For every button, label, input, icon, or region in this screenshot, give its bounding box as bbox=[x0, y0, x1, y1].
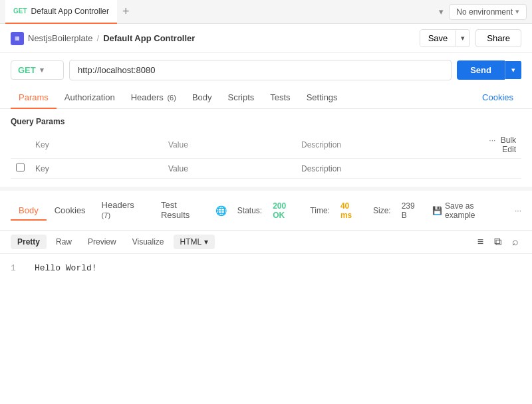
resp-tab-body-label: Body bbox=[19, 205, 39, 215]
cookies-link[interactable]: Cookies bbox=[474, 87, 521, 109]
env-label: No environment bbox=[456, 7, 513, 17]
method-label: GET bbox=[18, 65, 36, 75]
resp-headers-badge: (7) bbox=[102, 211, 110, 219]
size-value: 239 B bbox=[402, 201, 422, 220]
tab-headers[interactable]: Headers (6) bbox=[123, 87, 184, 109]
format-type-label: HTML bbox=[180, 237, 202, 247]
request-tabs: Params Authorization Headers (6) Body Sc… bbox=[0, 87, 532, 109]
tab-params[interactable]: Params bbox=[11, 87, 57, 109]
tab-body[interactable]: Body bbox=[184, 87, 220, 109]
tab-scripts[interactable]: Scripts bbox=[220, 87, 263, 109]
tab-headers-badge: (6) bbox=[167, 94, 176, 102]
format-preview[interactable]: Preview bbox=[81, 235, 123, 249]
resp-tab-test-results[interactable]: Test Results bbox=[153, 196, 215, 225]
col-value: Value bbox=[163, 132, 296, 159]
tab-authorization-label: Authorization bbox=[65, 92, 115, 102]
tab-authorization[interactable]: Authorization bbox=[57, 87, 123, 109]
save-dropdown-button[interactable]: ▾ bbox=[456, 31, 469, 46]
resp-tab-body[interactable]: Body bbox=[11, 201, 47, 221]
format-visualize[interactable]: Visualize bbox=[126, 235, 171, 249]
send-dropdown-button[interactable]: ▾ bbox=[505, 61, 521, 79]
env-arrow: ▾ bbox=[515, 7, 519, 16]
bulk-edit-dots: ··· bbox=[489, 136, 495, 145]
method-badge: GET bbox=[13, 7, 27, 15]
globe-icon: 🌐 bbox=[215, 205, 227, 216]
breadcrumb-separator: / bbox=[97, 33, 100, 43]
header: ▦ NestjsBoilerplate / Default App Contro… bbox=[0, 24, 532, 53]
format-pretty[interactable]: Pretty bbox=[11, 235, 47, 249]
col-bulk-edit: ··· Bulk Edit bbox=[468, 132, 521, 159]
bulk-edit-label[interactable]: Bulk Edit bbox=[501, 136, 516, 154]
save-example-button[interactable]: 💾 Save as example bbox=[432, 201, 504, 220]
url-input[interactable] bbox=[69, 60, 452, 80]
code-line-1: 1 Hello World! bbox=[11, 262, 521, 276]
wrap-button[interactable]: ≡ bbox=[475, 235, 486, 249]
save-example-label: Save as example bbox=[445, 201, 504, 220]
environment-selector[interactable]: No environment ▾ bbox=[449, 4, 527, 20]
copy-button[interactable]: ⧉ bbox=[491, 235, 504, 249]
value-cell bbox=[163, 159, 296, 179]
method-selector[interactable]: GET ▾ bbox=[11, 60, 64, 80]
value-input[interactable] bbox=[168, 164, 291, 173]
status-value: 200 OK bbox=[273, 201, 299, 220]
breadcrumb-current: Default App Controller bbox=[103, 33, 195, 43]
cookies-label: Cookies bbox=[482, 92, 513, 102]
resp-tab-cookies-label: Cookies bbox=[55, 205, 86, 215]
description-input[interactable] bbox=[301, 164, 463, 173]
tab-settings[interactable]: Settings bbox=[299, 87, 346, 109]
tab-tests[interactable]: Tests bbox=[262, 87, 298, 109]
line-number: 1 bbox=[11, 262, 24, 276]
resp-tab-headers[interactable]: Headers (7) bbox=[94, 196, 153, 225]
response-meta: 🌐 Status: 200 OK Time: 40 ms Size: 239 B… bbox=[215, 201, 521, 220]
params-table: Key Value Description ··· Bulk Edit bbox=[11, 132, 521, 179]
send-button-group: Send ▾ bbox=[457, 60, 521, 80]
breadcrumb-parent[interactable]: NestjsBoilerplate bbox=[28, 33, 93, 43]
save-button[interactable]: Save bbox=[420, 30, 456, 47]
more-options-button[interactable]: ··· bbox=[515, 206, 521, 215]
resp-tab-headers-label: Headers bbox=[102, 200, 134, 210]
resp-tab-cookies[interactable]: Cookies bbox=[47, 201, 94, 221]
size-label: Size: bbox=[373, 206, 391, 215]
save-button-group: Save ▾ bbox=[420, 29, 471, 47]
line-content: Hello World! bbox=[35, 262, 97, 276]
format-type-arrow: ▾ bbox=[204, 237, 208, 247]
action-cell bbox=[468, 159, 521, 179]
format-type-selector[interactable]: HTML ▾ bbox=[174, 235, 215, 249]
query-params-section: Query Params Key Value Description ··· B… bbox=[0, 109, 532, 187]
col-checkbox bbox=[11, 132, 30, 159]
tab-body-label: Body bbox=[192, 92, 212, 102]
response-header: Body Cookies Headers (7) Test Results 🌐 … bbox=[0, 191, 532, 231]
response-toolbar: Pretty Raw Preview Visualize HTML ▾ ≡ ⧉ … bbox=[0, 231, 532, 254]
key-input[interactable] bbox=[35, 164, 158, 173]
resp-tab-test-results-label: Test Results bbox=[161, 200, 190, 220]
url-bar: GET ▾ Send ▾ bbox=[0, 53, 532, 87]
col-description: Description bbox=[296, 132, 468, 159]
request-tab[interactable]: GET Default App Controller bbox=[5, 0, 117, 24]
method-arrow: ▾ bbox=[40, 66, 44, 74]
tab-bar-right: ▾ No environment ▾ bbox=[439, 4, 527, 20]
table-row bbox=[11, 159, 521, 179]
code-area: 1 Hello World! bbox=[0, 254, 532, 284]
search-button[interactable]: ⌕ bbox=[509, 235, 521, 249]
resp-toolbar-right: ≡ ⧉ ⌕ bbox=[475, 235, 521, 249]
header-actions: Save ▾ Share bbox=[420, 29, 521, 47]
dropdown-arrow[interactable]: ▾ bbox=[439, 7, 444, 17]
format-raw[interactable]: Raw bbox=[49, 235, 78, 249]
time-value: 40 ms bbox=[340, 201, 362, 220]
tab-title: Default App Controller bbox=[31, 7, 109, 16]
send-button[interactable]: Send bbox=[457, 60, 505, 80]
row-checkbox-cell bbox=[11, 159, 30, 179]
tab-bar: GET Default App Controller + ▾ No enviro… bbox=[0, 0, 532, 24]
response-body: 1 Hello World! bbox=[0, 254, 532, 284]
tab-params-label: Params bbox=[19, 92, 49, 102]
app-icon-text: ▦ bbox=[15, 35, 20, 41]
share-button[interactable]: Share bbox=[475, 29, 521, 47]
tab-settings-label: Settings bbox=[307, 92, 338, 102]
key-cell bbox=[30, 159, 163, 179]
col-key: Key bbox=[30, 132, 163, 159]
tab-headers-label: Headers bbox=[131, 92, 164, 102]
app-icon: ▦ bbox=[11, 32, 24, 45]
row-checkbox[interactable] bbox=[16, 163, 25, 172]
query-params-title: Query Params bbox=[11, 117, 521, 126]
add-tab-button[interactable]: + bbox=[117, 5, 135, 19]
